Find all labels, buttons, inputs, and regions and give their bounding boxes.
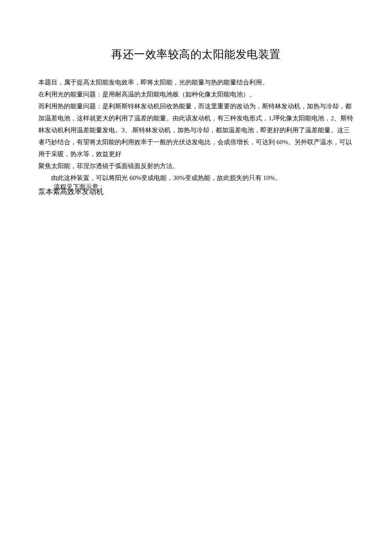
- document-page: 再还一效率较高的太阳能发电装置 本题目，属于提高太阳能发电效率，即将太阳能，光的…: [0, 0, 392, 195]
- page-title: 再还一效率较高的太阳能发电装置: [38, 47, 354, 62]
- paragraph-2: 在利用光的能量问题：是用耐高温的太阳能电池板（如种化像太阳能电池）。: [38, 88, 354, 100]
- paragraph-4: 聚焦太阳能，菲涅尔透镜于弧面镜面反射的方法。: [38, 160, 354, 172]
- overlap-text-bottom: 泵本紊高效率发动机: [38, 186, 354, 198]
- paragraph-3: 而利用热的能量问题：是利斯斯特林发动机回收热能量，而这里重要的改动为，斯特林发动…: [38, 100, 354, 160]
- paragraph-5: 由此这种装置，可以将阳光 60%变成电能，30%变成热能，故此损失的只有 10%…: [38, 172, 354, 184]
- paragraph-1: 本题目，属于提高太阳能发电效率，即将太阳能，光的能量与热的能量结合利用。: [38, 76, 354, 88]
- overlapping-text-block: 流程见下面示意： 泵本紊高效率发动机: [38, 184, 354, 195]
